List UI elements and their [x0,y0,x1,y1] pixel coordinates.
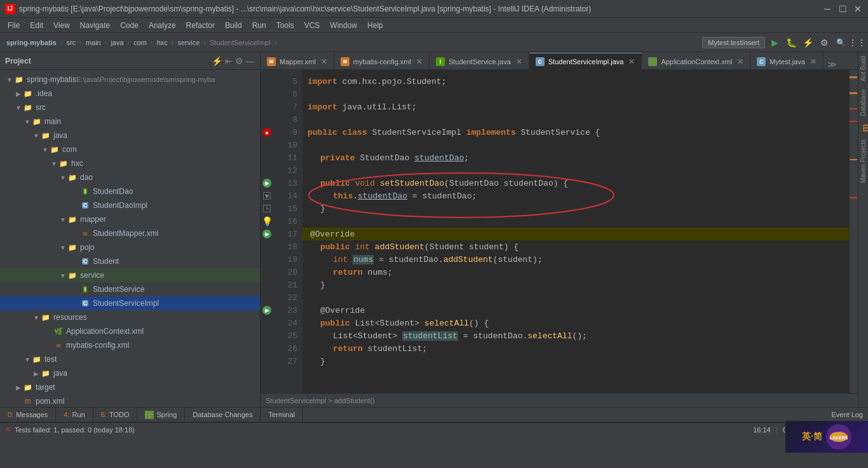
gutter-26 [261,342,273,355]
bc-com[interactable]: com [131,38,149,48]
collapse-button[interactable]: ⇤ [225,56,233,66]
tab-todo[interactable]: 6: TODO [93,407,138,422]
debug-button[interactable]: 🐛 [784,36,798,50]
tree-item-pomxml[interactable]: m pom.xml [0,394,260,407]
status-line-col[interactable]: 16:14 [749,426,775,434]
tree-item-hxc[interactable]: ▼ 📁 hxc [0,156,260,170]
minimize-button[interactable]: ─ [822,4,832,14]
fold-icon[interactable]: ▼ [263,192,271,200]
ant-build-tab[interactable]: Ant Build [858,52,868,85]
tab-run[interactable]: 4: Run [56,407,93,422]
tree-item-idea[interactable]: ▶ 📁 .idea [0,86,260,100]
tree-item-target[interactable]: ▶ 📁 target [0,380,260,394]
tab-studentservice[interactable]: I StudentService.java ✕ [430,53,529,69]
tree-label: src [36,103,46,112]
maximize-button[interactable]: ☐ [837,4,848,14]
tree-item-main[interactable]: ▼ 📁 main [0,114,260,128]
code-line-25: List<Student> studentList = studentDao.s… [302,329,849,342]
code-line-20: return nums; [302,266,849,279]
menu-run[interactable]: Run [247,20,271,31]
sync-button[interactable]: ⚡ [212,56,222,66]
tree-item-service[interactable]: ▼ 📁 service [0,268,260,282]
tree-item-studentdao[interactable]: I StudentDao [0,184,260,198]
tree-item-studentserviceimpl[interactable]: C StudentServiceImpl [0,296,260,310]
bc-project[interactable]: spring-mybatis [4,38,59,48]
tab-close-icon[interactable]: ✕ [416,57,423,66]
bc-service[interactable]: service [175,38,203,48]
tab-close-icon[interactable]: ✕ [321,57,327,66]
tree-item-pojo[interactable]: ▼ 📁 pojo [0,240,260,254]
menu-build[interactable]: Build [220,20,247,31]
tab-close-icon[interactable]: ✕ [810,57,817,66]
run-button[interactable]: ▶ [768,36,782,50]
tree-item-root[interactable]: ▼ 📁 spring-mybatis E:\java\Project\bjpow… [0,72,260,86]
bc-src[interactable]: src [64,38,79,48]
menu-tools[interactable]: Tools [271,20,299,31]
menu-navigate[interactable]: Navigate [75,20,115,31]
tab-close-icon[interactable]: ✕ [628,57,635,66]
tab-studentserviceimpl[interactable]: C StudentServiceImpl.java ✕ [529,53,642,69]
tree-item-student[interactable]: C Student [0,254,260,268]
bc-main[interactable]: main [83,38,104,48]
expand-arrow: ▼ [32,132,41,139]
breakpoint-icon[interactable]: ● [262,128,271,137]
settings-icon[interactable]: ⚙ [235,56,243,66]
tree-item-test[interactable]: ▼ 📁 test [0,352,260,366]
tab-terminal[interactable]: Terminal [261,407,303,422]
menu-vcs[interactable]: VCS [299,20,325,31]
tab-mytest[interactable]: C Mytest.java ✕ [750,53,824,69]
menu-file[interactable]: File [3,20,25,31]
run-config-button[interactable]: Mytest.testInsert [702,37,765,48]
gutter-21 [261,279,273,291]
event-log[interactable]: Event Log [831,411,868,418]
fold-icon[interactable]: └ [263,205,271,212]
bc-class[interactable]: StudentServiceImpl [207,38,273,48]
tree-item-studentmapperxml[interactable]: ≋ StudentMapper.xml [0,226,260,240]
tree-item-appcontextxml[interactable]: 🌿 ApplicationContext.xml [0,324,260,338]
code-content[interactable]: import com.hxc.pojo.Student; import java… [302,70,849,393]
tree-item-java[interactable]: ▼ 📁 java [0,128,260,142]
tree-item-java-test[interactable]: ▶ 📁 java [0,366,260,380]
search-button[interactable]: 🔍 [834,36,848,50]
tree-item-resources[interactable]: ▼ 📁 resources [0,310,260,324]
file-tree-content: ▼ 📁 spring-mybatis E:\java\Project\bjpow… [0,70,260,407]
ln-24: 24 [273,317,302,329]
hide-button[interactable]: — [246,56,255,66]
tree-item-mybatisxml[interactable]: ≋ mybatis-config.xml [0,338,260,352]
tab-spring[interactable]: 🌿 Spring [137,407,185,422]
tab-close-icon[interactable]: ✕ [516,57,522,66]
code-line-21: } [302,279,849,291]
database-tab[interactable]: Database [858,85,868,120]
tab-appcontext[interactable]: 🌿 ApplicationContext.xml ✕ [642,53,750,69]
menu-window[interactable]: Window [325,20,362,31]
maven-m-tab[interactable]: m [858,120,868,135]
maven-projects-tab[interactable]: Maven Projects [858,135,868,187]
menu-code[interactable]: Code [115,20,144,31]
tab-mybatis-config[interactable]: ≋ mybatis-config.xml ✕ [334,53,430,69]
menu-refactor[interactable]: Refactor [181,20,220,31]
tab-db-changes[interactable]: Database Changes [185,407,261,422]
grid-button[interactable]: ⋮⋮ [850,36,864,50]
tree-item-mapper[interactable]: ▼ 📁 mapper [0,212,260,226]
menu-analyze[interactable]: Analyze [144,20,181,31]
tab-messages[interactable]: 0: Messages [0,407,56,422]
tree-item-src[interactable]: ▼ 📁 src [0,100,260,114]
bc-hxc[interactable]: hxc [154,38,170,48]
tree-item-com[interactable]: ▼ 📁 com [0,142,260,156]
close-button[interactable]: ✕ [853,4,863,14]
tab-mapper-xml[interactable]: ≋ Mapper.xml ✕ [261,53,334,69]
tabs-overflow-button[interactable]: ≫ [824,59,841,69]
menu-help[interactable]: Help [362,20,388,31]
tab-close-icon[interactable]: ✕ [737,57,743,66]
settings-button[interactable]: ⚙ [817,36,831,50]
tab-label: Mapper.xml [280,58,316,65]
menu-edit[interactable]: Edit [25,20,48,31]
menu-view[interactable]: View [48,20,75,31]
tree-item-studentservice[interactable]: I StudentService [0,282,260,296]
bc-java[interactable]: java [108,38,126,48]
tree-item-studentdaoimpl[interactable]: C StudentDaoImpl [0,198,260,212]
coverage-button[interactable]: ⚡ [801,36,815,50]
gutter-11 [261,151,273,164]
bottom-breadcrumb: StudentServiceImpl > addStudent() [261,393,858,407]
tree-item-dao[interactable]: ▼ 📁 dao [0,170,260,184]
